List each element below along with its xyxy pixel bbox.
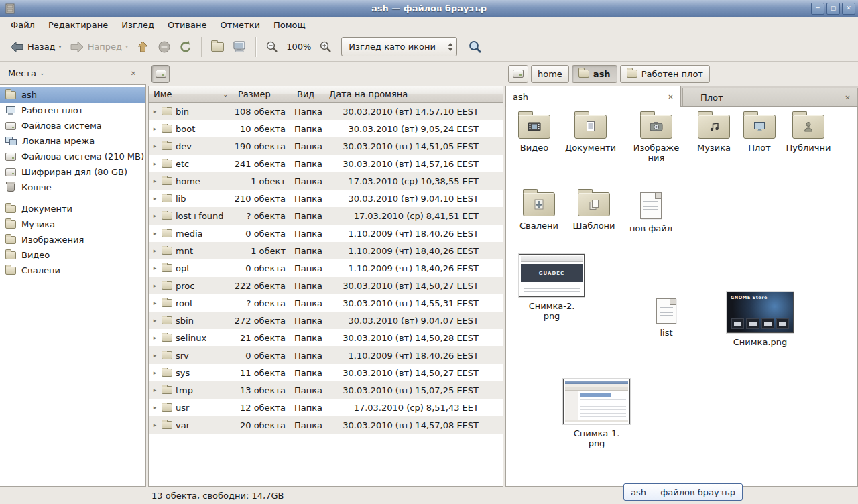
column-header-type[interactable]: Вид [292, 86, 324, 103]
tree-row-boot[interactable]: ▸boot10 обектаПапка30.03.2010 (вт) 9,05,… [149, 120, 503, 137]
sidebar-item-10[interactable]: Изображения [0, 232, 145, 247]
expander-icon[interactable]: ▸ [151, 160, 158, 167]
tree-row-sys[interactable]: ▸sys11 обектаПапка30.03.2010 (вт) 14,50,… [149, 364, 503, 381]
sidebar-item-8[interactable]: Документи [0, 201, 145, 216]
icon-item-documents[interactable]: Документи [564, 115, 617, 153]
tab-close-icon[interactable]: ✕ [842, 92, 853, 103]
search-button[interactable] [464, 36, 486, 57]
sidebar-item-12[interactable]: Свалени [0, 263, 145, 278]
icon-item-downloads[interactable]: Свалени [512, 192, 566, 231]
tree-row-lost+found[interactable]: ▸lost+found? обектаПапка17.03.2010 (ср) … [149, 207, 503, 225]
menu-item-1[interactable]: Редактиране [42, 19, 115, 32]
sidebar-item-3[interactable]: Локална мрежа [0, 133, 145, 149]
expander-icon[interactable]: ▸ [151, 317, 158, 324]
combo-arrows-icon[interactable] [444, 38, 456, 56]
computer-button[interactable] [228, 37, 251, 57]
expander-icon[interactable]: ▸ [151, 265, 158, 271]
expander-icon[interactable]: ▸ [151, 334, 158, 341]
icon-view[interactable]: Видео Документи Изображения [505, 107, 858, 487]
tree-row-bin[interactable]: ▸bin108 обектаПапка30.03.2010 (вт) 14,57… [149, 103, 503, 120]
expander-icon[interactable]: ▸ [151, 387, 158, 393]
tree-row-home[interactable]: ▸home1 обектПапка17.03.2010 (ср) 10,38,5… [149, 172, 503, 190]
pathbar-filesystem-button[interactable] [151, 65, 170, 83]
tree-row-usr[interactable]: ▸usr12 обектаПапка17.03.2010 (ср) 8,51,4… [149, 399, 503, 416]
tree-row-dev[interactable]: ▸dev190 обектаПапка30.03.2010 (вт) 14,51… [149, 137, 503, 155]
pathbar-ash-button[interactable]: ash [572, 65, 617, 83]
tree-row-lib[interactable]: ▸lib210 обектаПапка30.03.2010 (вт) 9,04,… [149, 190, 503, 207]
expander-icon[interactable]: ▸ [151, 352, 158, 359]
tree-row-mnt[interactable]: ▸mnt1 обектПапка1.10.2009 (чт) 18,40,26 … [149, 242, 503, 259]
tree-row-etc[interactable]: ▸etc241 обектаПапка30.03.2010 (вт) 14,57… [149, 155, 503, 172]
sidebar-title[interactable]: Места [8, 68, 36, 78]
pathbar-home-button[interactable]: home [531, 65, 569, 83]
tree-row-srv[interactable]: ▸srv0 обектаПапка1.10.2009 (чт) 18,40,26… [149, 346, 503, 364]
expander-icon[interactable]: ▸ [151, 422, 158, 428]
chevron-down-icon[interactable]: ⌄ [40, 70, 45, 76]
expander-icon[interactable]: ▸ [151, 247, 158, 254]
tree-row-media[interactable]: ▸media0 обектаПапка1.10.2009 (чт) 18,40,… [149, 225, 503, 242]
up-button[interactable] [132, 37, 154, 57]
expander-icon[interactable]: ▸ [151, 369, 158, 376]
menu-item-0[interactable]: Файл [4, 19, 42, 32]
sidebar-item-0[interactable]: ash [0, 87, 145, 103]
expander-icon[interactable]: ▸ [151, 178, 158, 184]
tree-row-opt[interactable]: ▸opt0 обектаПапка1.10.2009 (чт) 18,40,26… [149, 259, 503, 277]
view-mode-select[interactable]: Изглед като икони [341, 37, 457, 56]
icon-item-video[interactable]: Видео [507, 115, 561, 153]
column-header-name[interactable]: Име ⌄ [149, 86, 233, 103]
expander-icon[interactable]: ▸ [151, 404, 158, 411]
sidebar-item-9[interactable]: Музика [0, 216, 145, 232]
icon-item-templates[interactable]: Шаблони [567, 192, 621, 231]
titlebar[interactable]: ash — файлов браузър ─ ▢ ✕ [0, 0, 858, 17]
sidebar-item-4[interactable]: Файлова система (210 MB) [0, 149, 145, 164]
expander-icon[interactable]: ▸ [151, 143, 158, 149]
icon-item-list[interactable]: list [639, 298, 693, 338]
reload-button[interactable] [175, 37, 196, 57]
pathbar-desktop-button[interactable]: Работен плот [620, 65, 710, 83]
window-maximize-icon[interactable]: ▢ [826, 3, 840, 15]
expander-icon[interactable]: ▸ [151, 125, 158, 132]
tree-row-var[interactable]: ▸var20 обектаПапка30.03.2010 (вт) 14,57,… [149, 416, 503, 434]
sidebar-item-1[interactable]: Работен плот [0, 103, 145, 118]
menu-item-4[interactable]: Отметки [213, 19, 266, 32]
window-minimize-icon[interactable]: ─ [811, 3, 824, 15]
window-close-icon[interactable]: ✕ [842, 3, 855, 15]
expander-icon[interactable]: ▸ [151, 282, 158, 289]
icon-item-public[interactable]: Публични [782, 115, 835, 153]
pathbar-filesystem-button[interactable] [508, 65, 528, 83]
tree-row-root[interactable]: ▸root? обектаПапка30.03.2010 (вт) 14,55,… [149, 294, 503, 312]
home-button[interactable] [207, 39, 228, 55]
icon-item-desktop[interactable]: Плот [733, 115, 786, 153]
column-header-modified[interactable]: Дата на промяна [324, 86, 503, 103]
menu-item-3[interactable]: Отиване [161, 19, 213, 32]
back-dropdown-icon[interactable]: ▾ [59, 44, 62, 50]
tree-row-selinux[interactable]: ▸selinux21 обектаПапка30.03.2010 (вт) 14… [149, 329, 503, 346]
icon-item-new-file[interactable]: нов файл [624, 192, 678, 234]
expander-icon[interactable]: ▸ [151, 108, 158, 115]
icon-item-snimka[interactable]: GNOME Store Снимка.png [725, 292, 795, 348]
back-button[interactable]: Назад ▾ [5, 37, 66, 57]
stop-button[interactable] [154, 37, 175, 57]
expander-icon[interactable]: ▸ [151, 300, 158, 306]
expander-icon[interactable]: ▸ [151, 212, 158, 219]
expander-icon[interactable]: ▸ [151, 195, 158, 202]
tab-plot[interactable]: Плот ✕ [682, 88, 858, 106]
tab-close-icon[interactable]: ✕ [665, 91, 676, 103]
tree-row-tmp[interactable]: ▸tmp13 обектаПапка30.03.2010 (вт) 15,07,… [149, 381, 503, 399]
tree-row-sbin[interactable]: ▸sbin272 обектаПапка30.03.2010 (вт) 9,04… [149, 312, 503, 329]
sidebar-item-6[interactable]: Кошче [0, 180, 145, 195]
sidebar-close-icon[interactable]: ✕ [127, 67, 139, 79]
forward-dropdown-icon[interactable]: ▾ [125, 44, 128, 50]
expander-icon[interactable]: ▸ [151, 230, 158, 237]
zoom-in-button[interactable] [315, 37, 336, 56]
menu-item-5[interactable]: Помощ [267, 19, 312, 32]
tab-ash[interactable]: ash ✕ [505, 86, 681, 107]
icon-item-snimka-2[interactable]: GUADEC Снимка-2.png [518, 254, 585, 322]
column-header-size[interactable]: Размер [233, 86, 292, 103]
menu-item-2[interactable]: Изглед [115, 19, 161, 32]
icon-item-snimka-1[interactable]: Снимка-1.png [563, 379, 630, 449]
forward-button[interactable]: Напред ▾ [66, 37, 133, 57]
sidebar-item-11[interactable]: Видео [0, 247, 145, 263]
tree-row-proc[interactable]: ▸proc222 обектаПапка30.03.2010 (вт) 14,5… [149, 277, 503, 294]
zoom-out-button[interactable] [261, 37, 282, 56]
